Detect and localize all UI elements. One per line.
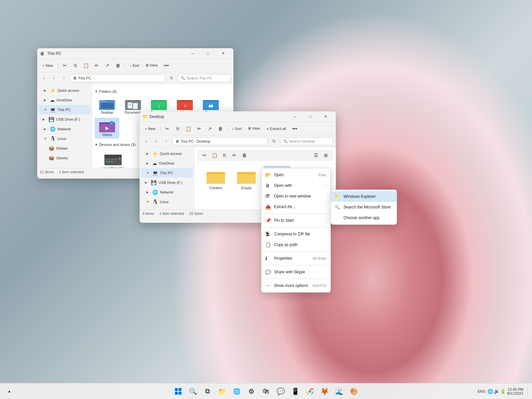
- sidebar-item-thispc[interactable]: ▼ 💻 This PC: [39, 105, 90, 114]
- close-button-desktop[interactable]: ✕: [318, 111, 333, 122]
- up-button-thispc[interactable]: ↑: [60, 74, 68, 82]
- back-button-thispc[interactable]: ‹: [40, 74, 48, 82]
- submenu-item-winexplorer[interactable]: 📁 Windows Explorer: [331, 191, 397, 202]
- sidebar-item-thispc-d[interactable]: ▼ 💻 This PC: [141, 168, 193, 178]
- forward-button-desktop[interactable]: ›: [152, 137, 160, 145]
- sidebar-item-linux-d[interactable]: ▼ 🐧 Linux: [141, 197, 193, 206]
- taskbar-firefox-button[interactable]: 🦊: [318, 385, 331, 398]
- ctx-skype[interactable]: 💬 Share with Skype: [261, 267, 331, 277]
- taskbar-settings-button[interactable]: ⚙: [245, 385, 258, 398]
- cut-button[interactable]: ✂: [60, 61, 69, 70]
- delete-button[interactable]: 🗑: [113, 61, 123, 70]
- share-button[interactable]: ↗: [103, 61, 112, 70]
- action-copy[interactable]: 📋: [210, 151, 219, 160]
- refresh-button-thispc[interactable]: ↻: [168, 74, 176, 82]
- taskbar-chrome-button[interactable]: [303, 385, 317, 398]
- folder-content[interactable]: Content: [202, 166, 229, 193]
- folder-desktop[interactable]: Desktop: [95, 95, 119, 116]
- taskbar-explorer-button[interactable]: 📁: [215, 385, 229, 398]
- share-button-d[interactable]: ↗: [205, 124, 214, 133]
- sort-button-thispc[interactable]: ↕ Sort: [127, 61, 142, 70]
- start-button[interactable]: [172, 385, 185, 398]
- paste-button-d[interactable]: 📋: [184, 124, 193, 133]
- copy-button[interactable]: ⎘: [71, 61, 80, 70]
- view-button-thispc[interactable]: ⊞ View: [143, 61, 160, 70]
- action-paste[interactable]: ⎘: [220, 151, 229, 160]
- ctx-openwith[interactable]: 🖥 Open with › 📁 Windows Explorer 🔍 Searc…: [261, 180, 331, 191]
- action-cut[interactable]: ✂: [200, 151, 209, 160]
- folder-empty[interactable]: Empty: [233, 166, 260, 193]
- battery-tray-icon[interactable]: 🔋: [500, 389, 506, 394]
- taskbar-edge-button[interactable]: 🌐: [230, 385, 243, 398]
- up-button-desktop[interactable]: ↑: [162, 137, 170, 145]
- rename-button[interactable]: ✏: [92, 61, 101, 70]
- new-button-desktop[interactable]: + New: [142, 124, 158, 133]
- forward-button-thispc[interactable]: ›: [50, 74, 58, 82]
- drive-c[interactable]: Local Disk (C:): [95, 149, 131, 168]
- refresh-button-desktop[interactable]: ↻: [270, 137, 278, 145]
- ctx-extract[interactable]: 📤 Extract All...: [261, 201, 331, 212]
- maximize-button-desktop[interactable]: □: [303, 111, 318, 122]
- view-list[interactable]: ☰: [311, 151, 321, 160]
- submenu-item-store[interactable]: 🔍 Search the Microsoft Store: [331, 202, 397, 212]
- view-button-desktop[interactable]: ⊞ View: [245, 124, 263, 133]
- folder-videos[interactable]: ▶ ✓ Videos: [95, 118, 119, 139]
- ctx-properties[interactable]: ℹ Properties Alt+Enter: [261, 253, 331, 264]
- network-tray-icon[interactable]: 🌐: [487, 389, 493, 394]
- paste-button[interactable]: 📋: [81, 61, 91, 70]
- close-button-thispc[interactable]: ✕: [215, 48, 231, 59]
- taskbar-store-button[interactable]: 🛍: [259, 385, 273, 398]
- minimize-button-desktop[interactable]: ─: [287, 111, 303, 122]
- ctx-compress[interactable]: 🗜 Compress to ZIP file: [261, 229, 331, 239]
- sidebar-item-quickaccess[interactable]: ▶ ⚡ Quick access: [39, 86, 90, 95]
- search-box-desktop[interactable]: 🔍 Search Desktop: [280, 137, 333, 145]
- sidebar-item-onedrive-d[interactable]: ▶ ☁ OneDrive: [141, 159, 193, 168]
- volume-tray-icon[interactable]: 🔊: [494, 389, 499, 394]
- taskbar-skype-button[interactable]: 💬: [274, 385, 287, 398]
- ctx-pinstart[interactable]: 📌 Pin to Start: [261, 215, 331, 226]
- delete-button-d[interactable]: 🗑: [216, 124, 225, 133]
- minimize-button-thispc[interactable]: ─: [185, 48, 200, 59]
- address-box-thispc[interactable]: 🖥 This PC ›: [70, 74, 166, 82]
- submenu-item-other[interactable]: Choose another app: [331, 212, 397, 223]
- view-icons[interactable]: ⊞: [321, 151, 331, 160]
- taskbar-taskview-button[interactable]: ⧉: [201, 385, 214, 398]
- more-button-thispc[interactable]: •••: [162, 61, 171, 70]
- sort-button-desktop[interactable]: ↕ Sort: [229, 124, 244, 133]
- new-button-thispc[interactable]: + New: [40, 61, 56, 70]
- taskbar-phone-button[interactable]: 📱: [289, 385, 302, 398]
- more-button-desktop[interactable]: •••: [290, 124, 299, 133]
- ctx-open[interactable]: 📂 Open Enter: [261, 170, 331, 180]
- sidebar-item-linux[interactable]: ▼ 🐧 Linux: [39, 134, 90, 143]
- address-box-desktop[interactable]: 🖥 This PC › Desktop: [172, 137, 268, 145]
- sidebar-item-usbdrive-d[interactable]: ▶ 💾 USB Drive (F:): [141, 178, 193, 187]
- taskbar-icon-chevron[interactable]: ▲: [3, 385, 16, 398]
- ctx-newwindow[interactable]: 🗗 Open in new window: [261, 191, 331, 201]
- ctx-moreoptions[interactable]: ⋯ Show more options Shift+F10: [261, 280, 331, 291]
- sidebar-item-network-d[interactable]: ▶ 🌐 Network: [141, 188, 193, 197]
- ctx-copypath[interactable]: 📋 Copy as path: [261, 239, 331, 250]
- taskbar-search-button[interactable]: 🔍: [186, 385, 200, 398]
- action-rename[interactable]: ✏: [230, 151, 239, 160]
- sidebar-item-debian-d[interactable]: 📦 Debian: [141, 207, 193, 209]
- show-desktop-button[interactable]: [527, 385, 529, 398]
- search-box-thispc[interactable]: 🔍 Search This PC: [178, 74, 231, 82]
- copy-button-d[interactable]: ⎘: [173, 124, 183, 133]
- extract-button-desktop[interactable]: ⎋ Extract all: [264, 124, 289, 133]
- section-folders[interactable]: ▼ Folders (6): [95, 89, 231, 93]
- sidebar-item-ubuntu[interactable]: 📦 Ubuntu: [39, 153, 90, 163]
- back-button-desktop[interactable]: ‹: [142, 137, 150, 145]
- taskbar-clock[interactable]: 12:45 PM 8/11/2021: [507, 387, 523, 395]
- maximize-button-thispc[interactable]: □: [200, 48, 215, 59]
- cut-button-d[interactable]: ✂: [163, 124, 172, 133]
- sidebar-item-quickaccess-d[interactable]: ▶ ⚡ Quick access: [141, 149, 193, 158]
- taskbar-paint-button[interactable]: 🎨: [347, 385, 360, 398]
- taskbar-edge2-button[interactable]: 🌊: [332, 385, 346, 398]
- action-delete[interactable]: 🗑: [240, 151, 249, 160]
- sidebar-item-network[interactable]: ▶ 🌐 Network: [39, 124, 90, 134]
- sidebar-item-usbdrive[interactable]: ▶ 💾 USB Drive (F:): [39, 115, 90, 124]
- rename-button-d[interactable]: ✏: [195, 124, 204, 133]
- lang-indicator[interactable]: ENG: [477, 389, 485, 393]
- sidebar-item-debian[interactable]: 📦 Debian: [39, 144, 90, 153]
- sidebar-item-onedrive[interactable]: ▶ ☁ OneDrive: [39, 95, 90, 105]
